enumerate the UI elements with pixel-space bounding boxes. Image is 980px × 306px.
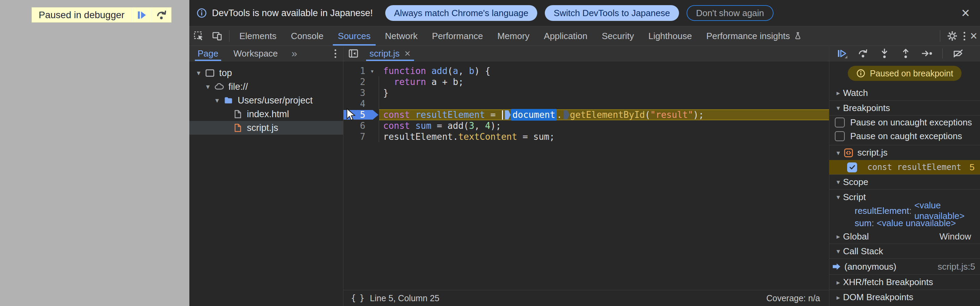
- scope-global-group[interactable]: ▸ Global Window: [829, 229, 980, 244]
- line-number[interactable]: 3: [344, 88, 367, 98]
- code-token: [426, 66, 431, 76]
- line-number[interactable]: 6: [344, 121, 367, 131]
- call-stack-frame[interactable]: (anonymous)script.js:5: [829, 259, 980, 274]
- navigator-menu-button[interactable]: [332, 49, 338, 58]
- editor-tab-script-js[interactable]: script.js ×: [363, 46, 417, 61]
- resume-script-button[interactable]: [836, 48, 848, 59]
- code-token: sum: [415, 121, 431, 131]
- close-devtools-button[interactable]: ×: [967, 30, 980, 42]
- call-stack-frames: (anonymous)script.js:5: [829, 259, 980, 274]
- inline-breakpoint-marker[interactable]: [564, 110, 570, 120]
- settings-button[interactable]: [943, 26, 961, 46]
- device-toolbar-button[interactable]: [208, 26, 226, 46]
- infobar-close-icon[interactable]: ×: [959, 6, 972, 20]
- line-gutter[interactable]: 7: [344, 131, 379, 142]
- pause-caught-row[interactable]: Pause on caught exceptions: [829, 129, 980, 143]
- watch-section[interactable]: ▸ Watch: [829, 85, 980, 100]
- expand-arrow-icon[interactable]: ▾: [834, 149, 843, 157]
- code-token: .: [453, 132, 458, 142]
- code-token: );: [490, 121, 501, 131]
- expand-arrow-icon[interactable]: ▾: [834, 104, 843, 112]
- step-button[interactable]: [921, 48, 933, 59]
- step-over-button[interactable]: [151, 8, 171, 22]
- tab-lighthouse[interactable]: Lighthouse: [641, 26, 699, 46]
- paused-banner-label: Paused in debugger: [32, 8, 132, 22]
- tab-close-icon[interactable]: ×: [404, 48, 410, 59]
- tree-item-users-user-project[interactable]: ▾Users/user/project: [189, 94, 343, 107]
- code-editor[interactable]: 1▾function add(a, b) {2 return a + b;3}4…: [344, 61, 829, 290]
- cursor-position: Line 5, Column 25: [370, 293, 439, 303]
- hide-navigator-button[interactable]: [344, 46, 363, 61]
- always-match-language-button[interactable]: Always match Chrome's language: [385, 5, 537, 21]
- more-tabs-button[interactable]: »: [291, 48, 296, 59]
- tree-item-top[interactable]: ▾top: [189, 66, 343, 80]
- tab-application[interactable]: Application: [536, 26, 595, 46]
- line-gutter[interactable]: 1▾: [344, 65, 379, 76]
- pause-uncaught-row[interactable]: Pause on uncaught exceptions: [829, 115, 980, 129]
- tree-item-file-[interactable]: ▾file://: [189, 80, 343, 94]
- tree-item-index-html[interactable]: index.html: [189, 107, 343, 121]
- expand-arrow-icon[interactable]: ▾: [213, 96, 221, 105]
- breakpoint-checkbox[interactable]: [847, 163, 857, 172]
- tab-security[interactable]: Security: [595, 26, 641, 46]
- tab-elements[interactable]: Elements: [232, 26, 283, 46]
- collapsed-arrow-icon[interactable]: ▸: [834, 232, 843, 241]
- call-stack-section-header[interactable]: ▾ Call Stack: [829, 244, 980, 259]
- expand-arrow-icon[interactable]: ▾: [834, 178, 843, 186]
- switch-devtools-japanese-button[interactable]: Switch DevTools to Japanese: [545, 5, 679, 21]
- code-line-text: const sum = add(3, 4);: [379, 120, 829, 131]
- breakpoint-entry[interactable]: const resultElement = doc⋯ 5: [829, 160, 980, 174]
- tree-item-script-js[interactable]: script.js: [189, 121, 343, 135]
- line-number[interactable]: 1: [344, 66, 367, 76]
- tab-sources[interactable]: Sources: [331, 26, 378, 46]
- tab-performance-insights[interactable]: Performance insights: [699, 26, 810, 46]
- collapsed-arrow-icon[interactable]: ▸: [834, 278, 843, 287]
- cloud-icon: [213, 81, 225, 92]
- step-into-button[interactable]: [879, 48, 890, 59]
- breakpoint-file-group[interactable]: ▾ script.js: [829, 145, 980, 160]
- step-over-button[interactable]: [858, 48, 869, 59]
- xhr-breakpoints-section[interactable]: ▸ XHR/fetch Breakpoints: [829, 274, 980, 290]
- toolbar-divider: [229, 30, 229, 42]
- code-token: add: [431, 66, 447, 76]
- resume-icon: [836, 48, 848, 59]
- expand-arrow-icon[interactable]: ▾: [834, 193, 843, 201]
- scope-section-header[interactable]: ▾ Scope: [829, 174, 980, 190]
- line-gutter[interactable]: 2: [344, 76, 379, 88]
- navigator-tab-workspace[interactable]: Workspace: [232, 46, 279, 61]
- tab-performance[interactable]: Performance: [425, 26, 490, 46]
- tab-memory[interactable]: Memory: [490, 26, 536, 46]
- code-token: textContent: [458, 132, 517, 142]
- step-out-button[interactable]: [900, 48, 912, 59]
- line-gutter[interactable]: 3: [344, 88, 379, 98]
- scope-global-label: Global: [843, 231, 869, 242]
- expand-arrow-icon[interactable]: ▾: [204, 83, 212, 91]
- breakpoints-section-header[interactable]: ▾ Breakpoints: [829, 100, 980, 115]
- resume-script-button[interactable]: [132, 8, 151, 22]
- tab-console[interactable]: Console: [283, 26, 331, 46]
- breakpoints-title: Breakpoints: [843, 103, 890, 113]
- inspect-element-button[interactable]: [189, 26, 208, 46]
- collapsed-arrow-icon[interactable]: ▸: [834, 89, 843, 97]
- expand-arrow-icon[interactable]: ▾: [194, 69, 203, 77]
- collapsed-arrow-icon[interactable]: ▸: [834, 293, 843, 301]
- scope-variable-resultElement[interactable]: resultElement:<value unavailable>: [829, 205, 980, 217]
- deactivate-breakpoints-button[interactable]: [952, 48, 964, 59]
- pause-uncaught-checkbox[interactable]: [835, 118, 845, 128]
- pause-caught-checkbox[interactable]: [835, 131, 845, 141]
- line-number[interactable]: 2: [344, 77, 367, 87]
- tab-label: Application: [544, 31, 587, 41]
- code-token: [410, 110, 415, 120]
- pretty-print-button[interactable]: { }: [351, 293, 364, 303]
- more-options-button[interactable]: [961, 32, 967, 40]
- tab-network[interactable]: Network: [378, 26, 425, 46]
- dom-breakpoints-section[interactable]: ▸ DOM Breakpoints: [829, 290, 980, 304]
- inline-breakpoint-marker[interactable]: [505, 110, 511, 120]
- line-number[interactable]: 7: [344, 132, 367, 142]
- expand-arrow-icon[interactable]: ▾: [834, 247, 843, 255]
- navigator-tab-page[interactable]: Page: [196, 46, 220, 61]
- line-number[interactable]: 4: [344, 99, 367, 109]
- line-gutter[interactable]: 6: [344, 120, 379, 131]
- dont-show-again-button[interactable]: Don't show again: [687, 5, 774, 21]
- fold-arrow-icon[interactable]: ▾: [367, 65, 378, 76]
